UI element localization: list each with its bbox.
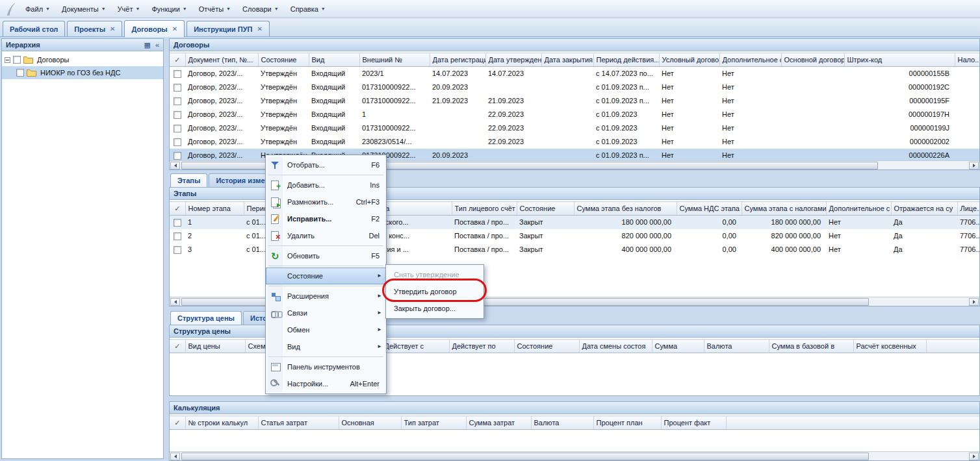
row-checkbox[interactable]: [174, 152, 181, 160]
column-header[interactable]: Вид: [309, 53, 359, 67]
select-all-header[interactable]: ✓: [170, 416, 185, 430]
tree-checkbox[interactable]: [16, 69, 24, 77]
horizontal-scrollbar[interactable]: [170, 451, 979, 460]
column-header[interactable]: Валюта: [531, 416, 593, 430]
collapse-panel-icon[interactable]: «: [155, 41, 159, 49]
table-row[interactable]: Договор, 2023/...УтверждёнВходящий017310…: [170, 121, 979, 135]
checkbox-cell[interactable]: [170, 229, 185, 243]
row-checkbox[interactable]: [174, 232, 181, 240]
column-header[interactable]: Документ (тип, №...: [185, 53, 258, 67]
checkbox-cell[interactable]: [170, 94, 185, 108]
scroll-right-button[interactable]: [969, 162, 979, 169]
tree-item-contracts-root[interactable]: Договоры: [2, 53, 163, 66]
checkbox-cell[interactable]: [170, 149, 185, 161]
checkbox-cell[interactable]: [170, 135, 185, 149]
menu-item-settings[interactable]: Настройки... Alt+Enter: [266, 375, 386, 392]
tab-stages[interactable]: Этапы: [170, 173, 207, 187]
column-header[interactable]: Штрих-код: [844, 53, 955, 67]
submenu-item-approve-contract[interactable]: Утвердить договор: [386, 283, 484, 300]
table-row[interactable]: Договор, 2023/...УтверждёнВходящий122.09…: [170, 108, 979, 121]
column-header[interactable]: Состояние: [258, 53, 309, 67]
menu-item-refresh[interactable]: Обновить F5: [266, 247, 386, 264]
column-header[interactable]: Дата утверждения: [485, 53, 541, 67]
table-row[interactable]: Договор, 2023/...УтверждёнВходящий2023/1…: [170, 67, 979, 81]
column-header[interactable]: Действует по: [449, 340, 514, 353]
menu-item-filter[interactable]: Отобрать... F6: [266, 156, 386, 173]
table-row[interactable]: Договор, 2023/...УтверждёнВходящий017310…: [170, 81, 979, 94]
tab-instructions-pup[interactable]: Инструкции ПУП✕: [187, 21, 270, 36]
scroll-left-button[interactable]: [170, 162, 180, 169]
column-header[interactable]: Тип затрат: [401, 416, 466, 430]
column-header[interactable]: Сумма в базовой в: [769, 340, 853, 353]
column-header[interactable]: Основной договор: [781, 53, 844, 67]
select-all-header[interactable]: ✓: [170, 202, 185, 216]
submenu-item-close-contract[interactable]: Закрыть договор...: [386, 300, 484, 317]
menu-item-extensions[interactable]: Расширения ►: [266, 288, 386, 305]
menu-item-edit[interactable]: Исправить... F2: [266, 210, 386, 227]
column-header[interactable]: Дата закрытия: [541, 53, 593, 67]
column-header[interactable]: Сумма: [652, 340, 704, 353]
menu-functions[interactable]: Функции▼: [146, 3, 192, 16]
row-checkbox[interactable]: [174, 84, 181, 92]
column-header[interactable]: Действует с: [381, 340, 449, 353]
column-header[interactable]: Состояние: [514, 340, 579, 353]
select-all-header[interactable]: ✓: [170, 340, 185, 353]
tab-price-structure[interactable]: Структура цены: [170, 311, 242, 325]
column-header[interactable]: Валюта: [704, 340, 769, 353]
checkbox-cell[interactable]: [170, 81, 185, 94]
column-header[interactable]: Нало...: [955, 53, 979, 67]
tree-item-niokr[interactable]: НИОКР по ГОЗ без НДС: [2, 66, 163, 79]
menu-item-delete[interactable]: Удалить Del: [266, 227, 386, 244]
column-header[interactable]: Дополнительное с: [719, 53, 781, 67]
menu-documents[interactable]: Документы▼: [56, 3, 112, 16]
column-header[interactable]: Лице...: [957, 202, 979, 216]
table-row[interactable]: Договор, 2023/...УтверждёнВходящий230823…: [170, 135, 979, 149]
scroll-right-button[interactable]: [969, 298, 979, 306]
column-header[interactable]: Сумма этапа без налогов: [574, 202, 677, 216]
column-header[interactable]: Дополнительное с: [826, 202, 891, 216]
menu-help[interactable]: Справка▼: [285, 3, 331, 16]
menu-item-links[interactable]: Связи ►: [266, 305, 386, 321]
select-all-header[interactable]: ✓: [170, 53, 185, 67]
column-header[interactable]: Номер этапа: [185, 202, 244, 216]
column-header[interactable]: Условный договор: [659, 53, 719, 67]
column-header[interactable]: Сумма этапа с налогами: [741, 202, 826, 216]
column-header[interactable]: Сумма затрат: [466, 416, 531, 430]
column-header[interactable]: Сумма НДС этапа: [677, 202, 741, 216]
checkbox-cell[interactable]: [170, 121, 185, 135]
column-header[interactable]: Дата регистрации: [430, 53, 485, 67]
menu-item-add[interactable]: Добавить... Ins: [266, 177, 386, 193]
submenu-item-remove-approval[interactable]: Снять утверждение: [386, 266, 484, 283]
row-checkbox[interactable]: [174, 97, 181, 105]
checkbox-cell[interactable]: [170, 67, 185, 81]
tree-checkbox[interactable]: [13, 56, 21, 64]
column-header[interactable]: Основная: [339, 416, 401, 430]
checkbox-cell[interactable]: [170, 108, 185, 121]
menu-item-duplicate[interactable]: Размножить... Ctrl+F3: [266, 193, 386, 210]
column-header[interactable]: Состояние: [517, 202, 574, 216]
column-header[interactable]: Расчёт косвенных: [853, 340, 926, 353]
menu-accounting[interactable]: Учёт▼: [112, 3, 146, 16]
scroll-left-button[interactable]: [170, 298, 180, 306]
checkbox-cell[interactable]: [170, 216, 185, 229]
column-header[interactable]: Внешний №: [359, 53, 430, 67]
grid-view-icon[interactable]: ▦: [144, 41, 150, 49]
row-checkbox[interactable]: [174, 111, 181, 119]
column-header[interactable]: Вид цены: [185, 340, 245, 353]
tab-desktop[interactable]: Рабочий стол: [3, 21, 65, 36]
column-header[interactable]: № строки калькул: [185, 416, 258, 430]
row-checkbox[interactable]: [174, 70, 181, 78]
menu-dictionaries[interactable]: Словари▼: [237, 3, 285, 16]
scroll-thumb[interactable]: [181, 453, 869, 460]
table-row[interactable]: Договор, 2023/...УтверждёнВходящий017310…: [170, 94, 979, 108]
column-header[interactable]: Статья затрат: [258, 416, 339, 430]
tree-expander-icon[interactable]: [5, 57, 10, 63]
scroll-left-button[interactable]: [170, 453, 180, 460]
menu-item-view[interactable]: Вид ►: [266, 338, 386, 355]
close-icon[interactable]: ✕: [110, 26, 115, 32]
menu-reports[interactable]: Отчёты▼: [193, 3, 237, 16]
row-checkbox[interactable]: [174, 138, 181, 146]
close-icon[interactable]: ✕: [257, 26, 262, 32]
column-header[interactable]: Тип лицевого счёт: [452, 202, 517, 216]
scroll-right-button[interactable]: [969, 453, 979, 460]
